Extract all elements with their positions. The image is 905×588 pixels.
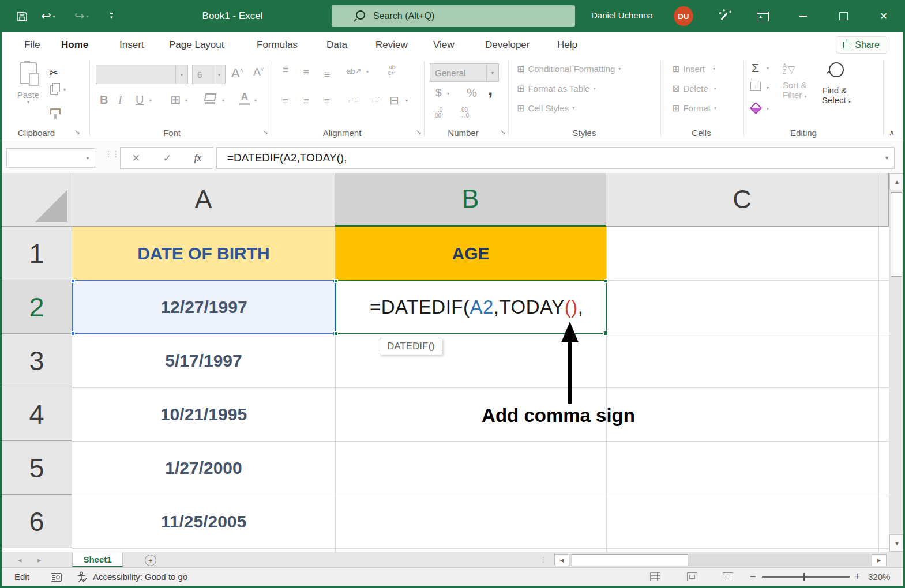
zoom-in-button[interactable]: + [854, 571, 861, 583]
previous-sheet-button[interactable]: ◂ [18, 552, 22, 568]
select-all-button[interactable] [2, 173, 72, 227]
reference-handle[interactable] [71, 279, 75, 283]
font-size-combo[interactable]: 6 ▼ [192, 65, 226, 84]
vertical-scrollbar[interactable]: ▲ ▼ [889, 173, 903, 552]
number-dialog-launcher[interactable]: ↘ [500, 128, 506, 136]
cell-a3[interactable]: 5/17/1997 [72, 334, 335, 387]
clipboard-dialog-launcher[interactable]: ↘ [74, 128, 80, 136]
macro-record-button[interactable] [51, 573, 62, 583]
enter-button[interactable]: ✓ [163, 152, 171, 164]
paste-button[interactable]: Paste ▾ [13, 62, 43, 105]
column-header-c[interactable]: C [606, 173, 878, 227]
tab-home[interactable]: Home [61, 32, 88, 60]
cancel-button[interactable]: ✕ [132, 152, 140, 164]
ribbon-display-options-button[interactable] [749, 0, 776, 32]
row-header-3[interactable]: 3 [2, 334, 72, 387]
underline-button[interactable]: U [136, 93, 144, 107]
currency-format-button[interactable]: $ [435, 86, 442, 99]
merge-center-button[interactable]: ⊟ [389, 93, 399, 107]
bottom-align-button[interactable]: ≡ [324, 69, 330, 81]
decrease-font-size-button[interactable]: A˅ [253, 66, 264, 78]
redo-button[interactable]: ↪▾ [74, 0, 89, 32]
align-center-button[interactable]: ≡ [303, 96, 309, 107]
row-header-2[interactable]: 2 [2, 280, 72, 334]
maximize-button[interactable] [829, 0, 857, 32]
font-color-button[interactable]: A [239, 91, 250, 105]
column-header-a[interactable]: A [72, 173, 335, 227]
increase-indent-button[interactable]: →≡ [367, 96, 380, 104]
user-name[interactable]: Daniel Uchenna [591, 10, 653, 20]
copy-button[interactable]: ▾ [50, 85, 66, 97]
cell-a2[interactable]: 12/27/1997 [72, 280, 336, 334]
alignment-dialog-launcher[interactable]: ↘ [416, 128, 422, 136]
coming-soon-button[interactable] [710, 0, 738, 32]
align-right-button[interactable]: ≡ [324, 96, 330, 107]
minimize-button[interactable] [789, 0, 817, 32]
selection-handle[interactable] [604, 279, 608, 283]
undo-button[interactable]: ↩▾ [41, 0, 55, 32]
vertical-scrollbar-thumb[interactable] [891, 192, 902, 277]
row-header-1[interactable]: 1 [2, 227, 72, 280]
horizontal-scrollbar-thumb[interactable] [572, 554, 688, 566]
row-header-4[interactable]: 4 [2, 387, 72, 441]
delete-cells-button[interactable]: ⊠ Delete ▾ [672, 83, 716, 94]
percent-format-button[interactable]: % [467, 86, 477, 100]
save-button[interactable] [17, 0, 28, 32]
format-as-table-button[interactable]: ⊞ Format as Table ▾ [517, 83, 596, 94]
next-sheet-button[interactable]: ▸ [37, 552, 42, 568]
comma-format-button[interactable]: , [488, 80, 493, 99]
accessibility-status[interactable]: Accessibility: Good to go [93, 572, 187, 582]
zoom-slider-track[interactable] [762, 576, 850, 578]
accessibility-checker-button[interactable] [77, 571, 87, 585]
row-header-5[interactable]: 5 [2, 441, 72, 495]
zoom-slider-thumb[interactable] [803, 573, 805, 581]
row-header-6[interactable]: 6 [2, 495, 72, 548]
scroll-left-button[interactable]: ◀ [554, 554, 569, 566]
tab-formulas[interactable]: Formulas [257, 32, 298, 58]
tab-insert[interactable]: Insert [119, 32, 144, 58]
format-cells-button[interactable]: ⊞ Format ▾ [672, 103, 716, 114]
avatar[interactable]: DU [674, 6, 693, 26]
find-select-button[interactable]: Find & Select ▾ [822, 62, 851, 105]
page-layout-view-button[interactable] [687, 572, 697, 581]
middle-align-button[interactable]: ≡ [303, 67, 309, 78]
italic-button[interactable]: I [118, 93, 122, 107]
borders-button[interactable]: ⊞ [170, 92, 181, 107]
fill-button[interactable]: ↓ [750, 82, 761, 91]
zoom-out-button[interactable]: − [750, 571, 756, 583]
zoom-level[interactable]: 320% [868, 572, 890, 582]
search-box[interactable]: Search (Alt+Q) [332, 5, 575, 27]
cut-button[interactable]: ✂ [49, 66, 59, 80]
new-sheet-button[interactable]: + [145, 555, 156, 566]
insert-cells-button[interactable]: ⊞ Insert ▾ [672, 63, 715, 74]
tab-page-layout[interactable]: Page Layout [169, 32, 224, 58]
insert-function-button[interactable]: fx [194, 152, 201, 164]
increase-decimal-button[interactable]: ←.0.00 [432, 107, 442, 119]
scroll-right-button[interactable]: ▶ [872, 554, 887, 566]
clear-button[interactable] [752, 104, 760, 115]
cell-a5[interactable]: 1/27/2000 [72, 441, 335, 495]
cell-b1[interactable]: AGE [335, 227, 606, 280]
tab-file[interactable]: File [24, 32, 40, 58]
tab-data[interactable]: Data [326, 32, 347, 58]
tab-help[interactable]: Help [557, 32, 577, 58]
expand-formula-bar-icon[interactable]: ▼ [884, 155, 889, 161]
share-button[interactable]: Share [836, 36, 887, 54]
normal-view-button[interactable] [650, 572, 660, 581]
cell-a6[interactable]: 11/25/2005 [72, 495, 335, 548]
fill-color-button[interactable] [205, 93, 216, 104]
font-dialog-launcher[interactable]: ↘ [262, 128, 268, 136]
formula-input[interactable]: =DATEDIF(A2,TODAY(), ▼ [216, 147, 895, 169]
cell-a1[interactable]: DATE OF BIRTH [72, 227, 335, 280]
column-header-partial[interactable] [878, 173, 889, 227]
font-name-combo[interactable]: ▼ [96, 65, 188, 84]
align-left-button[interactable]: ≡ [283, 96, 288, 107]
format-painter-button[interactable] [50, 106, 61, 116]
tab-developer[interactable]: Developer [485, 32, 530, 58]
close-button[interactable]: ✕ [870, 0, 898, 32]
increase-font-size-button[interactable]: A˄ [231, 66, 243, 81]
scroll-up-button[interactable]: ▲ [889, 173, 903, 190]
conditional-formatting-button[interactable]: ⊞ Conditional Formatting ▾ [517, 63, 621, 74]
tab-review[interactable]: Review [375, 32, 408, 58]
drag-handle-icon[interactable]: ⋮⋮ [104, 149, 119, 159]
